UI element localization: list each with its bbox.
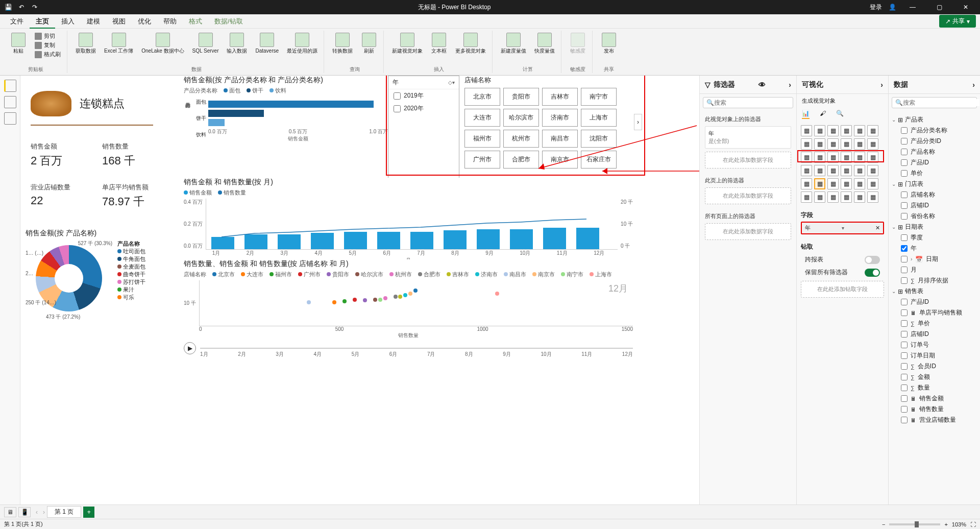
sql-button[interactable]: SQL Server: [189, 31, 222, 66]
viz-type-icon[interactable]: ▦: [801, 165, 812, 176]
viz-type-icon[interactable]: ▦: [814, 138, 825, 150]
field-item[interactable]: 🖩单店平均销售额: [892, 307, 977, 318]
viz-type-icon[interactable]: ▦: [854, 165, 865, 176]
slicer-tile[interactable]: 大连市: [464, 109, 500, 127]
year-slicer-visual[interactable]: 年 ◇ ▾ 2019年 2020年 ▽ ⛶ ⋯: [388, 76, 459, 193]
user-icon[interactable]: 👤: [888, 3, 896, 11]
play-icon[interactable]: ▶: [184, 342, 196, 354]
new-measure-button[interactable]: 新建度量值: [498, 31, 529, 66]
refresh-button[interactable]: 刷新: [358, 31, 380, 66]
viz-type-icon[interactable]: ▦: [827, 152, 839, 163]
viz-type-icon[interactable]: ▦: [841, 152, 852, 163]
filter-drop-zone[interactable]: 在此处添加数据字段: [705, 152, 791, 169]
maximize-icon[interactable]: ▢: [929, 0, 949, 14]
more-visuals-button[interactable]: 更多视觉对象: [452, 31, 489, 66]
recent-sources-button[interactable]: 最近使用的源: [284, 31, 321, 66]
field-item[interactable]: 产品分类ID: [892, 136, 977, 147]
filter-drop-zone[interactable]: 在此处添加数据字段: [705, 223, 791, 240]
viz-type-icon[interactable]: ▦: [814, 165, 825, 176]
viz-type-icon[interactable]: ▦: [814, 125, 825, 136]
slicer-next-icon[interactable]: ›: [634, 114, 642, 130]
field-item[interactable]: 省份名称: [892, 211, 977, 222]
field-item[interactable]: 产品名称: [892, 147, 977, 157]
tab-optimize[interactable]: 优化: [132, 14, 157, 29]
dataverse-button[interactable]: Dataverse: [252, 31, 282, 66]
login-button[interactable]: 登录: [870, 3, 882, 12]
zoom-in-icon[interactable]: +: [944, 521, 947, 527]
model-view-icon[interactable]: [4, 112, 16, 125]
field-item[interactable]: 🖩营业店铺数量: [892, 415, 977, 425]
slicer-tile[interactable]: 沈阳市: [581, 130, 617, 148]
viz-type-icon[interactable]: ▦: [827, 165, 839, 176]
eye-icon[interactable]: 👁: [758, 81, 766, 89]
viz-type-icon[interactable]: ▦: [867, 165, 878, 176]
fit-page-icon[interactable]: ⛶: [970, 521, 976, 527]
save-icon[interactable]: 💾: [4, 3, 12, 11]
viz-type-icon[interactable]: ▦: [827, 138, 839, 150]
field-item[interactable]: 产品ID: [892, 297, 977, 307]
data-search[interactable]: 🔍: [892, 97, 977, 108]
tab-format[interactable]: 格式: [183, 14, 208, 29]
field-item[interactable]: ∑单价: [892, 318, 977, 329]
chevron-down-icon[interactable]: ▾: [842, 225, 844, 231]
viz-type-icon[interactable]: ▦: [854, 178, 865, 189]
slicer-tile[interactable]: 济南市: [542, 109, 578, 127]
viz-type-icon[interactable]: ▦: [841, 178, 852, 189]
kpi-avg-store[interactable]: 单店平均销售额 78.97 千: [102, 183, 149, 209]
viz-type-icon[interactable]: ▦: [854, 125, 865, 136]
viz-type-icon[interactable]: ▦: [827, 125, 839, 136]
desktop-view-icon[interactable]: 🖥: [4, 507, 16, 517]
collapse-icon[interactable]: ›: [789, 81, 791, 89]
viz-type-icon[interactable]: ▦: [814, 152, 825, 163]
slicer-tile[interactable]: 合肥市: [503, 151, 539, 169]
viz-type-icon[interactable]: ▦: [867, 152, 878, 163]
tab-help[interactable]: 帮助: [157, 14, 183, 29]
field-item[interactable]: 店铺ID: [892, 200, 977, 211]
slicer-item[interactable]: 2020年: [388, 102, 459, 115]
copy-button[interactable]: 复制: [33, 41, 63, 50]
add-page-button[interactable]: +: [83, 507, 94, 518]
visual-filter-card[interactable]: 年 是(全部): [705, 126, 791, 149]
viz-type-icon[interactable]: ▦: [814, 191, 825, 203]
collapse-icon[interactable]: ›: [972, 81, 975, 89]
zoom-slider[interactable]: [889, 523, 940, 525]
viz-type-icon[interactable]: ▦: [867, 178, 878, 189]
viz-type-icon[interactable]: ▦: [841, 191, 852, 203]
format-painter-button[interactable]: 格式刷: [33, 50, 63, 59]
table-header[interactable]: ⌄⊞门店表: [892, 179, 977, 189]
field-item[interactable]: 年: [892, 243, 977, 254]
combo-chart-visual[interactable]: 销售金额 和 销售数量(按 月) 销售金额 销售数量 0.4 百万0.2 百万0…: [184, 178, 633, 264]
quick-measure-button[interactable]: 快度量值: [531, 31, 558, 66]
viz-type-icon[interactable]: ▦: [867, 191, 878, 203]
slicer-item[interactable]: 2019年: [388, 89, 459, 102]
viz-type-icon[interactable]: ▦: [854, 191, 865, 203]
filters-search[interactable]: 🔍: [703, 97, 793, 108]
field-item[interactable]: ∑金额: [892, 372, 977, 382]
onelake-button[interactable]: OneLake 数据中心: [138, 31, 187, 66]
cut-button[interactable]: 剪切: [33, 32, 63, 40]
new-visual-button[interactable]: 新建视觉对象: [389, 31, 426, 66]
field-item[interactable]: 订单号: [892, 340, 977, 350]
slicer-tile[interactable]: 石家庄市: [581, 151, 617, 169]
viz-type-icon[interactable]: ▦: [867, 138, 878, 150]
get-data-button[interactable]: 获取数据: [72, 31, 99, 66]
field-chip-year[interactable]: 年 ▾ ✕: [801, 222, 884, 234]
viz-type-icon[interactable]: ▦: [827, 178, 839, 189]
enter-data-button[interactable]: 输入数据: [224, 31, 250, 66]
tab-view[interactable]: 视图: [106, 14, 132, 29]
field-item[interactable]: ∑月排序依据: [892, 275, 977, 286]
viz-type-icon[interactable]: ▦: [801, 138, 812, 150]
close-icon[interactable]: ✕: [955, 0, 976, 14]
drill-drop-zone[interactable]: 在此处添加钻取字段: [801, 281, 884, 298]
slicer-tile[interactable]: 南宁市: [581, 88, 617, 106]
viz-type-icon[interactable]: ▦: [801, 178, 812, 189]
kpi-sales-qty[interactable]: 销售数量 168 千: [102, 142, 135, 169]
field-item[interactable]: 月: [892, 264, 977, 275]
data-view-icon[interactable]: [4, 96, 16, 108]
tab-file[interactable]: 文件: [4, 14, 30, 29]
table-header[interactable]: ⌄⊞销售表: [892, 286, 977, 297]
chevron-down-icon[interactable]: ▾: [452, 80, 455, 85]
store-slicer-visual[interactable]: 店铺名称 北京市贵阳市吉林市南宁市大连市哈尔滨市济南市上海市福州市杭州市南昌市沈…: [464, 76, 633, 169]
field-item[interactable]: 店铺ID: [892, 329, 977, 340]
field-item[interactable]: ∑会员ID: [892, 361, 977, 372]
